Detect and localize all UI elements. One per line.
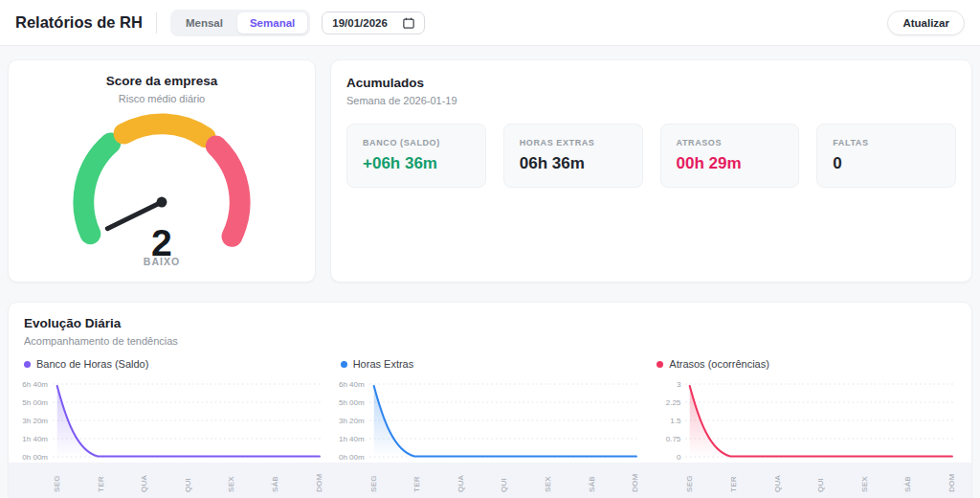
toggle-weekly-button[interactable]: Semanal [237,12,307,34]
y-tick: 3 [677,379,680,388]
legend-label: Banco de Horas (Saldo) [36,358,148,370]
risk-gauge: 2 [22,108,301,260]
y-tick: 0 [677,453,680,462]
line-chart-svg [53,379,323,462]
mini-charts-row: Banco de Horas (Saldo) 6h 40m 5h 00m 3h … [9,358,971,462]
stat-delays: ATRASOS 00h 29m [660,124,800,188]
x-tick: QUI [816,467,825,492]
evolution-title: Evolução Diária [24,316,956,330]
chart-legend: Atrasos (ocorrências) [657,358,956,370]
legend-label: Atrasos (ocorrências) [669,358,769,370]
y-tick: 1h 40m [339,435,365,443]
stat-label: HORAS EXTRAS [520,138,627,147]
chart-plot: 3 2.25 1.5 0.75 0 [657,379,956,462]
divider [156,12,157,34]
chart-legend: Horas Extras [341,358,640,370]
chart-legend: Banco de Horas (Saldo) [24,358,323,370]
chart-plot: 6h 40m 5h 00m 3h 20m 1h 40m 0h 00m [24,379,323,462]
x-tick: TER [729,467,738,492]
gridlines [53,384,323,457]
x-tick: SEG [53,467,61,492]
x-axis-labels-bank: SEG TER QUA QUI SEX SÁB DOM [24,467,323,498]
legend-dot-icon [657,361,663,368]
line-chart-svg [685,379,956,462]
gridlines [685,384,956,457]
gauge-needle-hub [157,197,167,208]
y-tick: 6h 40m [339,379,365,388]
accumulated-subtitle: Semana de 2026-01-19 [346,95,956,106]
toggle-monthly-button[interactable]: Mensal [173,12,235,34]
accumulated-card: Acumulados Semana de 2026-01-19 BANCO (S… [330,59,972,283]
date-input[interactable]: 19/01/2026 [322,11,425,34]
company-score-card: Score da empresa Risco médio diário 2 BA… [8,59,316,283]
stat-label: ATRASOS [677,138,784,147]
refresh-button[interactable]: Atualizar [887,11,965,35]
x-tick: SEX [227,467,235,492]
evolution-row: Evolução Diária Acompanhamento de tendên… [0,302,980,498]
y-tick: 0h 00m [339,453,365,462]
top-toolbar: Relatórios de RH Mensal Semanal 19/01/20… [0,0,980,46]
score-card-title: Score da empresa [22,74,301,88]
chart-plot: 6h 40m 5h 00m 3h 20m 1h 40m 0h 00m [341,379,640,462]
stat-label: FALTAS [833,138,940,147]
y-tick: 6h 40m [22,379,48,388]
chart-overtime: Horas Extras 6h 40m 5h 00m 3h 20m 1h 40m… [341,358,640,462]
stat-value: 00h 29m [677,154,784,173]
area-fill [57,386,320,459]
x-tick: SEX [860,467,869,492]
area-fill [690,386,952,459]
top-cards-row: Score da empresa Risco médio diário 2 BA… [0,46,980,283]
period-toggle: Mensal Semanal [170,10,310,36]
x-axis-strip: SEG TER QUA QUI SEX SÁB DOM SEG TER QUA … [9,463,971,498]
gauge-arc-medium [123,124,205,137]
x-tick: QUA [773,467,782,492]
stats-row: BANCO (SALDO) +06h 36m HORAS EXTRAS 06h … [346,124,956,188]
date-value: 19/01/2026 [332,17,388,29]
y-axis-labels: 6h 40m 5h 00m 3h 20m 1h 40m 0h 00m [341,379,369,462]
chart-bank-hours: Banco de Horas (Saldo) 6h 40m 5h 00m 3h … [24,358,323,462]
y-tick: 5h 00m [339,397,365,406]
y-tick: 1.5 [670,417,680,425]
stat-absences: FALTAS 0 [816,124,956,188]
series-line [690,386,952,457]
page-title: Relatórios de RH [15,13,143,32]
legend-label: Horas Extras [353,358,414,370]
gridlines [369,384,640,457]
stat-value: 06h 36m [520,154,627,173]
chart-delays: Atrasos (ocorrências) 3 2.25 1.5 0.75 0 [657,358,956,462]
x-tick: QUA [140,467,148,492]
x-tick: SEG [369,467,378,492]
series-line [57,386,320,457]
y-tick: 1h 40m [22,435,48,443]
legend-dot-icon [341,361,347,368]
y-tick: 0h 00m [22,453,48,462]
y-tick: 2.25 [666,397,681,406]
daily-evolution-card: Evolução Diária Acompanhamento de tendên… [8,302,972,498]
accumulated-title: Acumulados [346,76,956,90]
x-axis-labels-delays: SEG TER QUA QUI SEX SÁB DOM [657,467,956,498]
x-tick: DOM [947,467,956,492]
x-axis-labels-overtime: SEG TER QUA QUI SEX SÁB DOM [341,467,640,498]
y-tick: 3h 20m [339,417,365,425]
y-axis-labels: 3 2.25 1.5 0.75 0 [657,379,685,462]
x-tick: QUA [457,467,465,492]
line-chart-svg [369,379,640,462]
evolution-subtitle: Acompanhamento de tendências [24,335,956,347]
x-tick: DOM [315,467,323,492]
stat-label: BANCO (SALDO) [363,138,470,147]
x-tick: QUI [500,467,508,492]
y-tick: 0.75 [666,435,681,443]
score-value: 2 [151,222,172,260]
x-tick: SÁB [903,467,912,492]
x-tick: SEG [685,467,694,492]
gauge-arc-low [83,143,110,234]
area-fill [373,386,635,459]
legend-dot-icon [24,361,31,368]
y-axis-labels: 6h 40m 5h 00m 3h 20m 1h 40m 0h 00m [24,379,53,462]
y-tick: 3h 20m [22,417,48,425]
x-tick: SÁB [588,467,596,492]
x-tick: TER [412,467,421,492]
stat-overtime: HORAS EXTRAS 06h 36m [503,124,643,188]
stat-value: 0 [833,154,940,173]
x-tick: SEX [544,467,552,492]
